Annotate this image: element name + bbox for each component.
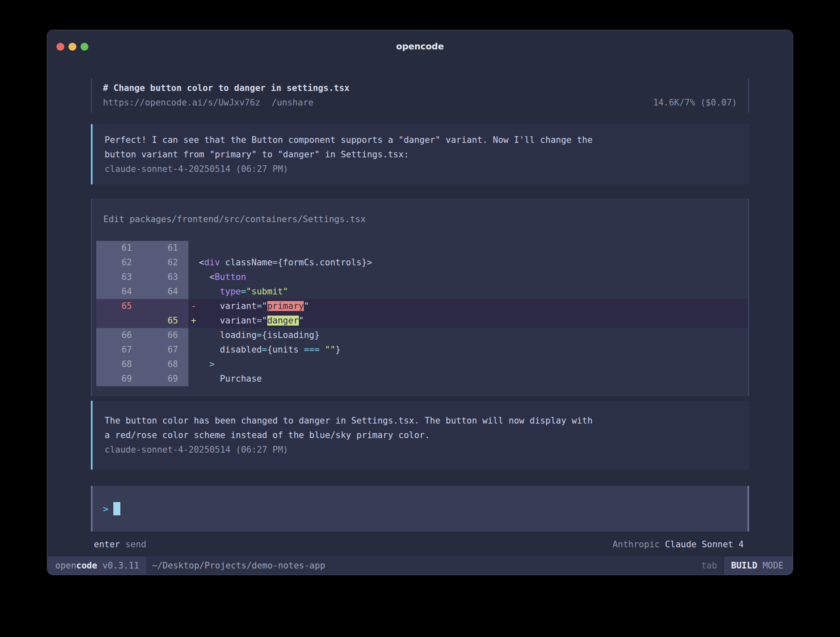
message-line: The button color has been changed to dan… (105, 414, 737, 428)
app-window: opencode # Change button color to danger… (47, 30, 793, 575)
diff-lines: 61616262 <div className={formCs.controls… (92, 241, 748, 386)
assistant-message: The button color has been changed to dan… (91, 401, 749, 470)
session-title: # Change button color to danger in setti… (103, 81, 737, 96)
message-line: button variant from "primary" to "danger… (105, 147, 737, 162)
diff-row: 6363 <Button (96, 270, 748, 284)
diff-row: 6767 disabled={units === ""} (96, 343, 748, 357)
mode-label: MODE (757, 561, 784, 571)
assistant-message: Perfect! I can see that the Button compo… (91, 124, 749, 184)
token-usage: 14.6K/7% ($0.07) (653, 96, 737, 110)
diff-row: 65+ variant="danger" (96, 314, 748, 328)
hints-row: enter send Anthropic Claude Sonnet 4 (91, 537, 749, 552)
unshare-command[interactable]: /unshare (271, 98, 313, 108)
status-bar: opencode v0.3.11 ~/Desktop/Projects/demo… (47, 556, 793, 575)
session-header: # Change button color to danger in setti… (91, 78, 749, 113)
mode-name: BUILD (731, 561, 757, 571)
chat-input[interactable]: > (91, 486, 749, 532)
tab-key-hint[interactable]: tab (701, 556, 717, 575)
window-title: opencode (47, 42, 793, 51)
text-cursor (113, 502, 120, 515)
diff-row: 6464 type="submit" (96, 284, 748, 299)
diff-row: 6868 > (96, 357, 748, 372)
message-line: a red/rose color scheme instead of the b… (105, 428, 737, 443)
message-meta: claude-sonnet-4-20250514 (06:27 PM) (105, 162, 737, 176)
share-url[interactable]: https://opencode.ai/s/UwJxv76z (103, 98, 260, 108)
enter-key-hint: enter (94, 539, 120, 549)
model-name: Claude Sonnet 4 (665, 539, 744, 549)
diff-row: 6161 (96, 241, 748, 255)
edit-tool-block: Edit packages/frontend/src/containers/Se… (91, 198, 749, 396)
working-directory: ~/Desktop/Projects/demo-notes-app (152, 556, 325, 575)
diff-row: 6262 <div className={formCs.controls}> (96, 255, 748, 270)
send-hint-label: send (125, 539, 147, 549)
mode-chip[interactable]: BUILD MODE (722, 556, 793, 575)
diff-row: 65- variant="primary" (96, 299, 748, 314)
model-provider: Anthropic (613, 539, 660, 549)
message-line: Perfect! I can see that the Button compo… (105, 133, 737, 147)
app-name-open: open (55, 561, 76, 571)
title-bar: opencode (47, 30, 793, 63)
app-name-code: code (76, 561, 98, 571)
edit-tool-title: Edit packages/frontend/src/containers/Se… (92, 198, 748, 241)
diff-row: 6969 Purchase (96, 372, 748, 386)
prompt-symbol: > (103, 504, 108, 514)
diff-row: 6666 loading={isLoading} (96, 328, 748, 343)
app-version-chip: opencode v0.3.11 (48, 556, 146, 575)
app-version: v0.3.11 (97, 561, 139, 571)
message-meta: claude-sonnet-4-20250514 (06:27 PM) (105, 443, 737, 457)
